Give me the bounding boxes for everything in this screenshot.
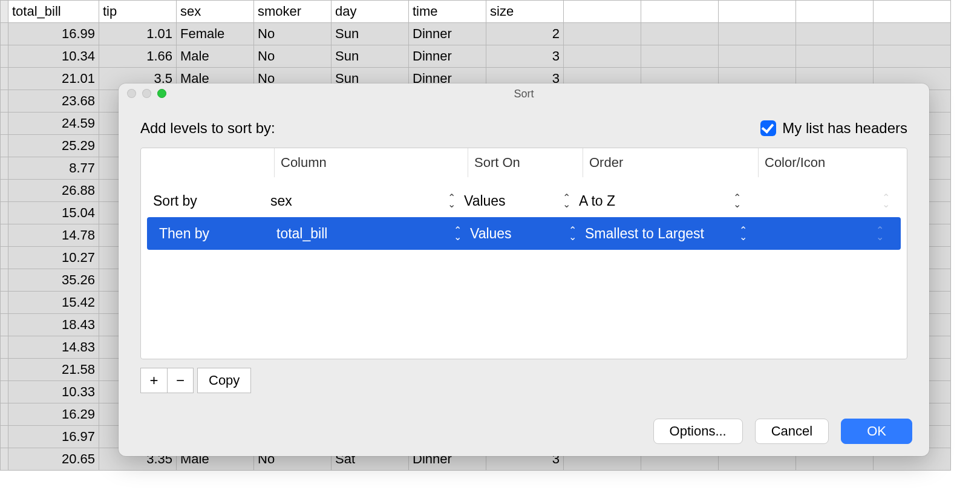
col-header[interactable]: size — [486, 1, 564, 23]
add-level-button[interactable]: + — [140, 368, 167, 393]
cell[interactable]: Dinner — [409, 45, 486, 68]
cell[interactable]: 10.34 — [8, 45, 99, 68]
col-header[interactable]: tip — [99, 1, 177, 23]
sorton-select[interactable]: Values⌃⌄ — [464, 193, 579, 209]
remove-level-button[interactable]: − — [167, 368, 194, 393]
cell[interactable]: 2 — [486, 23, 564, 45]
headers-checkbox-label: My list has headers — [782, 120, 907, 137]
ok-button[interactable]: OK — [841, 419, 912, 444]
cell[interactable]: 15.04 — [8, 202, 99, 224]
cell[interactable]: Sun — [332, 23, 409, 45]
cell[interactable]: 16.99 — [8, 23, 99, 45]
stepper-icon[interactable]: ⌃⌄ — [448, 195, 456, 207]
col-header[interactable]: smoker — [254, 1, 332, 23]
cell[interactable]: 26.88 — [8, 180, 99, 202]
sort-levels-list: Column Sort On Order Color/Icon Sort bys… — [140, 148, 907, 359]
cell[interactable]: Sun — [332, 45, 409, 68]
cell[interactable]: Dinner — [409, 23, 486, 45]
stepper-icon[interactable]: ⌃⌄ — [454, 228, 462, 240]
col-header-sorton: Sort On — [468, 148, 583, 177]
window-minimize-icon[interactable] — [142, 89, 151, 98]
col-header[interactable]: total_bill — [8, 1, 99, 23]
order-select[interactable]: A to Z⌃⌄ — [579, 193, 750, 209]
cell[interactable]: 24.59 — [8, 113, 99, 135]
column-select[interactable]: sex⌃⌄ — [270, 193, 464, 209]
col-header[interactable]: sex — [177, 1, 254, 23]
cell[interactable]: 18.43 — [8, 314, 99, 336]
stepper-icon[interactable]: ⌃⌄ — [739, 228, 747, 240]
col-header[interactable]: day — [332, 1, 409, 23]
cell[interactable]: 1.66 — [99, 45, 177, 68]
sort-level-selected[interactable]: Then bytotal_bill⌃⌄Values⌃⌄Smallest to L… — [147, 217, 901, 250]
window-zoom-icon[interactable] — [157, 89, 166, 98]
cell[interactable]: 10.27 — [8, 247, 99, 269]
stepper-icon[interactable]: ⌃⌄ — [882, 195, 890, 207]
level-label: Then by — [155, 226, 276, 242]
col-header-column: Column — [274, 148, 468, 177]
headers-checkbox[interactable]: My list has headers — [760, 120, 907, 137]
header-row[interactable]: total_bill tip sex smoker day time size — [1, 1, 951, 23]
stepper-icon[interactable]: ⌃⌄ — [569, 228, 577, 240]
sort-levels-header: Column Sort On Order Color/Icon — [141, 148, 907, 177]
table-row[interactable]: 10.341.66MaleNoSunDinner3 — [1, 45, 951, 68]
cell[interactable]: 14.83 — [8, 336, 99, 359]
checkbox-checked-icon — [760, 120, 776, 136]
stepper-icon[interactable]: ⌃⌄ — [563, 195, 570, 207]
cell[interactable]: 8.77 — [8, 157, 99, 180]
col-header-order: Order — [583, 148, 758, 177]
cell[interactable]: 14.78 — [8, 224, 99, 247]
sorton-select[interactable]: Values⌃⌄ — [470, 226, 585, 242]
dialog-title: Sort — [119, 88, 929, 100]
cell[interactable]: 10.33 — [8, 381, 99, 403]
order-select[interactable]: Smallest to Largest⌃⌄ — [585, 226, 756, 242]
cancel-button[interactable]: Cancel — [755, 419, 829, 444]
sort-level[interactable]: Sort bysex⌃⌄Values⌃⌄A to Z⌃⌄⌃⌄ — [141, 184, 907, 217]
cell[interactable]: No — [254, 23, 332, 45]
options-button[interactable]: Options... — [653, 419, 743, 444]
level-label: Sort by — [149, 193, 270, 209]
column-select[interactable]: total_bill⌃⌄ — [276, 226, 470, 242]
instruction-label: Add levels to sort by: — [140, 120, 275, 137]
window-close-icon[interactable] — [127, 89, 136, 98]
cell[interactable]: 16.29 — [8, 403, 99, 426]
titlebar: Sort — [119, 83, 929, 104]
coloricon-select[interactable]: ⌃⌄ — [756, 228, 892, 240]
cell[interactable]: 35.26 — [8, 269, 99, 292]
cell[interactable]: 16.97 — [8, 426, 99, 448]
table-row[interactable]: 16.991.01FemaleNoSunDinner2 — [1, 23, 951, 45]
cell[interactable]: 3 — [486, 45, 564, 68]
cell[interactable]: Female — [177, 23, 254, 45]
cell[interactable]: Male — [177, 45, 254, 68]
cell[interactable]: 15.42 — [8, 292, 99, 314]
stepper-icon[interactable]: ⌃⌄ — [733, 195, 741, 207]
cell[interactable]: No — [254, 45, 332, 68]
sort-dialog: Sort Add levels to sort by: My list has … — [119, 83, 929, 456]
cell[interactable]: 20.65 — [8, 448, 99, 471]
cell[interactable]: 23.68 — [8, 90, 99, 113]
col-header[interactable]: time — [409, 1, 486, 23]
col-header-coloricon: Color/Icon — [758, 148, 907, 177]
cell[interactable]: 21.58 — [8, 359, 99, 381]
cell[interactable]: 21.01 — [8, 68, 99, 90]
coloricon-select[interactable]: ⌃⌄ — [750, 195, 898, 207]
copy-level-button[interactable]: Copy — [197, 368, 251, 393]
cell[interactable]: 25.29 — [8, 135, 99, 157]
cell[interactable]: 1.01 — [99, 23, 177, 45]
stepper-icon[interactable]: ⌃⌄ — [876, 228, 884, 240]
